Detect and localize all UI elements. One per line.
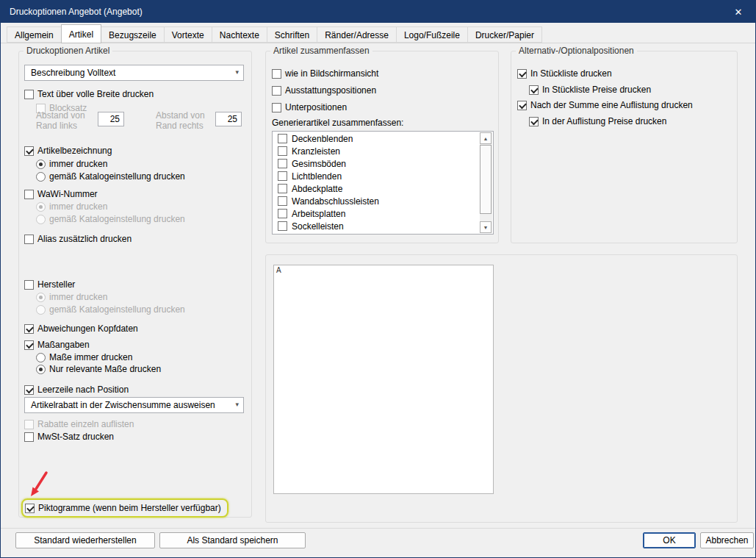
- checkbox-stueckliste-preise[interactable]: In Stückliste Preise drucken: [529, 84, 651, 96]
- radio-masse-relevante[interactable]: Nur relevante Maße drucken: [36, 363, 161, 375]
- checkbox-box[interactable]: [529, 117, 539, 126]
- close-button[interactable]: ✕: [721, 1, 755, 23]
- scroll-up-button[interactable]: ▲: [480, 132, 492, 144]
- checkbox-box[interactable]: [24, 420, 34, 429]
- chevron-down-icon[interactable]: ▾: [235, 401, 239, 408]
- standard-restore-button[interactable]: Standard wiederherstellen: [15, 532, 155, 548]
- list-item-sockelleisten[interactable]: Sockelleisten: [273, 220, 480, 232]
- checkbox-box[interactable]: [272, 103, 281, 112]
- tab-allgemein[interactable]: Allgemein: [7, 26, 62, 43]
- tab-logo-fusszeile[interactable]: Logo/Fußzeile: [396, 26, 468, 43]
- checkbox-ausstattungspositionen[interactable]: Ausstattungspositionen: [272, 85, 376, 96]
- checkbox-piktogramme[interactable]: Piktogramme (wenn beim Hersteller verfüg…: [25, 502, 221, 514]
- checkbox-box[interactable]: [25, 504, 35, 513]
- checkbox-label: In Stückliste Preise drucken: [542, 85, 651, 95]
- checkbox-stueckliste[interactable]: In Stückliste drucken: [517, 68, 612, 79]
- checkbox-box[interactable]: [24, 324, 34, 334]
- checkbox-box[interactable]: [24, 280, 34, 290]
- checkbox-auflistung[interactable]: Nach der Summe eine Auflistung drucken: [517, 99, 693, 111]
- checkbox-artikelbezeichnung[interactable]: Artikelbezeichnung: [24, 145, 112, 157]
- checkbox-box[interactable]: [278, 184, 287, 193]
- checkbox-box[interactable]: [278, 221, 287, 231]
- radio-button[interactable]: [36, 353, 46, 362]
- checkbox-box[interactable]: [24, 146, 34, 156]
- ok-button[interactable]: OK: [643, 532, 696, 548]
- checkbox-box[interactable]: [529, 85, 539, 95]
- standard-save-button[interactable]: Als Standard speichern: [159, 532, 306, 548]
- checkbox-unterpositionen[interactable]: Unterpositionen: [272, 101, 347, 113]
- checkbox-massangaben[interactable]: Maßangaben: [24, 339, 90, 351]
- checkbox-box[interactable]: [278, 159, 287, 168]
- abstand-rechts-input[interactable]: [215, 112, 242, 126]
- checkbox-hersteller[interactable]: Hersteller: [24, 279, 75, 290]
- list-item-abdeckplatte[interactable]: Abdeckplatte: [273, 182, 480, 195]
- checkbox-alias[interactable]: Alias zusätzlich drucken: [24, 233, 132, 245]
- combo-value: Beschreibung Volltext: [31, 68, 115, 78]
- checkbox-box[interactable]: [272, 69, 281, 79]
- preview-mark: A: [276, 266, 281, 274]
- tab-vortexte[interactable]: Vortexte: [164, 26, 212, 43]
- checkbox-box[interactable]: [517, 101, 527, 110]
- checkbox-box[interactable]: [517, 69, 527, 79]
- checkbox-box[interactable]: [24, 235, 34, 244]
- list-scrollbar[interactable]: ▲ ▼: [480, 132, 492, 233]
- radio-button[interactable]: [36, 160, 46, 169]
- checkbox-box[interactable]: [278, 196, 287, 206]
- checkbox-wawi-nummer[interactable]: WaWi-Nummer: [24, 188, 98, 200]
- radio-wawi-katalog[interactable]: gemäß Katalogeinstellung drucken: [36, 213, 185, 225]
- list-item-gesimsboeden[interactable]: Gesimsböden: [273, 157, 480, 170]
- checkbox-box[interactable]: [272, 86, 281, 96]
- radio-button[interactable]: [36, 365, 46, 374]
- checkbox-label: Unterpositionen: [285, 102, 347, 112]
- radio-wawi-immer[interactable]: immer drucken: [36, 201, 107, 212]
- scroll-down-button[interactable]: ▼: [480, 221, 492, 233]
- checkbox-auflistung-preise[interactable]: In der Auflistung Preise drucken: [529, 115, 666, 127]
- abstand-links-input[interactable]: [98, 112, 124, 126]
- list-item-wandabschlussleisten[interactable]: Wandabschlussleisten: [273, 195, 480, 207]
- checkbox-box[interactable]: [24, 190, 34, 199]
- tab-bezugszeile[interactable]: Bezugszeile: [101, 26, 165, 43]
- checkbox-leerzeile[interactable]: Leerzeile nach Position: [24, 384, 129, 396]
- tab-raender-adresse[interactable]: Ränder/Adresse: [317, 26, 397, 43]
- radio-button[interactable]: [36, 215, 46, 224]
- scroll-thumb[interactable]: [480, 145, 492, 214]
- cancel-button[interactable]: Abbrechen: [700, 532, 754, 548]
- footer-separator: [1, 528, 755, 529]
- list-item-kranzleisten[interactable]: Kranzleisten: [273, 145, 480, 157]
- radio-button[interactable]: [36, 293, 46, 302]
- list-item-lichtblenden[interactable]: Lichtblenden: [273, 170, 480, 182]
- checkbox-text-volle-breite[interactable]: Text über volle Breite drucken: [24, 88, 154, 100]
- artikelrabatt-combo[interactable]: Artikelrabatt in der Zwischensumme auswe…: [24, 397, 244, 413]
- tab-drucker-papier[interactable]: Drucker/Papier: [467, 26, 542, 43]
- radio-label: immer drucken: [49, 292, 107, 302]
- radio-button[interactable]: [36, 172, 46, 182]
- checkbox-mwst[interactable]: MwSt-Satz drucken: [24, 431, 114, 443]
- checkbox-box[interactable]: [24, 385, 34, 395]
- checkbox-box[interactable]: [24, 432, 34, 442]
- radio-button[interactable]: [36, 305, 46, 315]
- radio-hersteller-katalog[interactable]: gemäß Katalogeinstellung drucken: [36, 304, 185, 315]
- radio-masse-immer[interactable]: Maße immer drucken: [36, 351, 132, 363]
- checkbox-bildschirmansicht[interactable]: wie in Bildschirmansicht: [272, 68, 378, 79]
- checkbox-box[interactable]: [278, 146, 287, 156]
- list-item-deckenblenden[interactable]: Deckenblenden: [273, 132, 480, 145]
- tab-artikel[interactable]: Artikel: [61, 24, 101, 43]
- arrow-up-icon: ▲: [483, 136, 489, 141]
- radio-hersteller-immer[interactable]: immer drucken: [36, 291, 107, 303]
- tab-nachtexte[interactable]: Nachtexte: [212, 26, 267, 43]
- radio-button[interactable]: [36, 202, 46, 212]
- radio-artikelbezeichnung-immer[interactable]: immer drucken: [36, 158, 107, 170]
- list-item-arbeitsplatten[interactable]: Arbeitsplatten: [273, 207, 480, 220]
- checkbox-box[interactable]: [278, 134, 287, 143]
- checkbox-box[interactable]: [24, 340, 34, 350]
- checkbox-rabatte-einzeln[interactable]: Rabatte einzeln auflisten: [24, 418, 134, 430]
- radio-artikelbezeichnung-katalog[interactable]: gemäß Katalogeinstellung drucken: [36, 171, 185, 182]
- tab-schriften[interactable]: Schriften: [267, 26, 317, 43]
- beschreibung-combo[interactable]: Beschreibung Volltext ▾: [24, 65, 244, 81]
- checkbox-box[interactable]: [24, 90, 34, 99]
- chevron-down-icon[interactable]: ▾: [235, 68, 239, 76]
- checkbox-label: Rabatte einzeln auflisten: [37, 419, 134, 429]
- checkbox-box[interactable]: [278, 209, 287, 218]
- checkbox-box[interactable]: [278, 171, 287, 181]
- checkbox-abweichungen[interactable]: Abweichungen Kopfdaten: [24, 323, 138, 335]
